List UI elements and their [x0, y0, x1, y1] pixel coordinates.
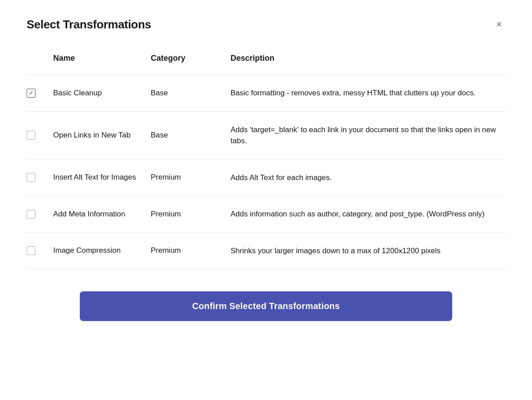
modal-title: Select Transformations [27, 18, 151, 31]
row-name-4: Image Compression [53, 245, 151, 256]
row-category-1: Base [151, 131, 231, 140]
modal-container: Select Transformations × Name Category D… [0, 0, 532, 400]
row-description-1: Adds 'target=_blank' to each link in you… [231, 124, 505, 147]
header-checkbox-col [27, 54, 53, 63]
row-description-2: Adds Alt Text for each images. [231, 172, 505, 184]
table-body: Basic CleanupBaseBasic formatting - remo… [27, 75, 505, 269]
row-description-0: Basic formatting - removes extra, messy … [231, 87, 505, 99]
row-checkbox-0[interactable] [27, 89, 35, 98]
row-category-2: Premium [151, 173, 231, 182]
confirm-button[interactable]: Confirm Selected Transformations [80, 291, 452, 321]
modal-header: Select Transformations × [27, 18, 505, 31]
row-name-1: Open Links in New Tab [53, 130, 151, 141]
table-row: Basic CleanupBaseBasic formatting - remo… [27, 75, 505, 111]
table-row: Add Meta InformationPremiumAdds informat… [27, 196, 505, 232]
row-name-0: Basic Cleanup [53, 88, 151, 98]
row-name-3: Add Meta Information [53, 209, 151, 220]
header-category: Category [151, 54, 231, 63]
row-checkbox-2[interactable] [27, 173, 35, 182]
checkbox-cell [27, 210, 53, 219]
table-row: Open Links in New TabBaseAdds 'target=_b… [27, 111, 505, 159]
header-name: Name [53, 54, 151, 63]
table-row: Insert Alt Text for ImagesPremiumAdds Al… [27, 159, 505, 196]
row-description-4: Shrinks your larger images down to a max… [231, 245, 505, 257]
row-category-0: Base [151, 89, 231, 98]
row-category-3: Premium [151, 210, 231, 219]
checkbox-cell [27, 89, 53, 98]
close-button[interactable]: × [493, 18, 505, 31]
checkbox-cell [27, 173, 53, 182]
checkbox-cell [27, 131, 53, 140]
row-checkbox-3[interactable] [27, 210, 35, 219]
row-name-2: Insert Alt Text for Images [53, 172, 151, 183]
row-checkbox-1[interactable] [27, 131, 35, 140]
table-header: Name Category Description [27, 54, 505, 70]
checkbox-cell [27, 246, 53, 255]
table-row: Image CompressionPremiumShrinks your lar… [27, 232, 505, 270]
row-checkbox-4[interactable] [27, 246, 35, 255]
row-description-3: Adds information such as author, categor… [231, 208, 505, 220]
header-description: Description [231, 54, 505, 63]
row-category-4: Premium [151, 246, 231, 255]
